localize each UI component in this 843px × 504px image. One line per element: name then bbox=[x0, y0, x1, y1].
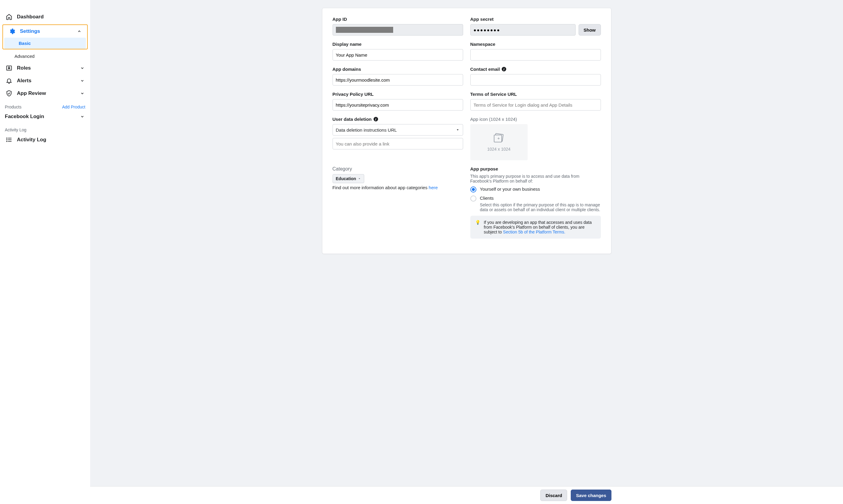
svg-point-7 bbox=[7, 141, 7, 142]
app-domains-label: App domains bbox=[332, 67, 463, 72]
display-name-label: Display name bbox=[332, 41, 463, 47]
platform-terms-hint: 💡 If you are developing an app that acce… bbox=[470, 216, 601, 239]
tos-label: Terms of Service URL bbox=[470, 92, 601, 97]
roles-icon bbox=[5, 65, 13, 71]
radio-icon bbox=[470, 186, 476, 193]
add-product-link[interactable]: Add Product bbox=[62, 105, 85, 109]
app-purpose-label: App purpose bbox=[470, 166, 601, 172]
discard-button[interactable]: Discard bbox=[540, 489, 567, 501]
category-select[interactable]: Education bbox=[332, 174, 364, 183]
list-icon bbox=[5, 137, 13, 143]
show-secret-button[interactable]: Show bbox=[579, 24, 601, 36]
footer-bar: Discard Save changes bbox=[90, 486, 843, 504]
purpose-self-label: Yourself or your own business bbox=[480, 186, 540, 192]
home-icon bbox=[5, 14, 13, 20]
activity-log-section: Activity Log bbox=[0, 123, 90, 133]
lightbulb-icon: 💡 bbox=[475, 220, 480, 234]
purpose-clients-radio[interactable]: Clients Select this option if the primar… bbox=[470, 196, 601, 212]
app-icon-upload[interactable]: + 1024 x 1024 bbox=[470, 124, 528, 160]
info-icon: i bbox=[374, 117, 378, 121]
chevron-down-icon bbox=[79, 79, 85, 83]
image-icon: + bbox=[492, 133, 505, 144]
namespace-label: Namespace bbox=[470, 41, 601, 47]
user-data-deletion-select[interactable]: Data deletion instructions URL bbox=[332, 124, 463, 136]
display-name-input[interactable] bbox=[332, 49, 463, 60]
svg-point-5 bbox=[7, 138, 7, 139]
nav-dashboard[interactable]: Dashboard bbox=[0, 11, 90, 23]
chevron-up-icon bbox=[76, 29, 82, 33]
chevron-down-icon bbox=[79, 66, 85, 70]
namespace-input[interactable] bbox=[470, 49, 601, 60]
nav-settings[interactable]: Settings bbox=[3, 25, 87, 38]
nav-activity-log[interactable]: Activity Log bbox=[0, 133, 90, 146]
svg-marker-12 bbox=[359, 178, 360, 179]
nav-settings-basic[interactable]: Basic bbox=[4, 38, 86, 49]
nav-settings-advanced[interactable]: Advanced bbox=[0, 51, 90, 62]
chevron-down-icon bbox=[79, 91, 85, 95]
app-purpose-desc: This app's primary purpose is to access … bbox=[470, 174, 601, 183]
category-label: Category bbox=[332, 166, 463, 172]
svg-point-6 bbox=[7, 140, 7, 140]
category-help: Find out more information about app cate… bbox=[332, 185, 463, 190]
category-help-link[interactable]: here bbox=[429, 185, 438, 190]
nav-facebook-login[interactable]: Facebook Login bbox=[0, 111, 90, 123]
nav-alerts[interactable]: Alerts bbox=[0, 74, 90, 87]
nav-alerts-label: Alerts bbox=[17, 78, 31, 84]
purpose-clients-desc: Select this option if the primary purpos… bbox=[480, 202, 601, 212]
main-content: App ID App secret Show Display name Name… bbox=[90, 0, 843, 504]
nav-facebook-login-label: Facebook Login bbox=[5, 113, 44, 120]
nav-roles[interactable]: Roles bbox=[0, 62, 90, 74]
products-section: Products Add Product bbox=[0, 100, 90, 111]
shield-check-icon bbox=[5, 90, 13, 97]
nav-roles-label: Roles bbox=[17, 65, 31, 71]
category-value: Education bbox=[336, 176, 356, 181]
app-id-label: App ID bbox=[332, 17, 463, 22]
settings-highlight: Settings Basic bbox=[2, 24, 88, 49]
settings-card: App ID App secret Show Display name Name… bbox=[322, 8, 612, 254]
sidebar: Dashboard Settings Basic Advanced Roles … bbox=[0, 0, 90, 504]
contact-email-input[interactable] bbox=[470, 74, 601, 86]
nav-app-review-label: App Review bbox=[17, 90, 46, 96]
app-icon-label: App icon (1024 x 1024) bbox=[470, 116, 601, 122]
platform-terms-link[interactable]: Section 5b of the Platform Terms. bbox=[503, 230, 565, 234]
svg-text:+: + bbox=[497, 136, 500, 141]
purpose-clients-label: Clients bbox=[480, 196, 601, 201]
privacy-policy-input[interactable] bbox=[332, 99, 463, 111]
gear-icon bbox=[8, 28, 16, 35]
privacy-policy-label: Privacy Policy URL bbox=[332, 92, 463, 97]
nav-activity-log-label: Activity Log bbox=[17, 137, 46, 143]
contact-email-label: Contact email i bbox=[470, 67, 601, 72]
app-secret-field bbox=[470, 24, 575, 36]
bell-icon bbox=[5, 77, 13, 84]
redacted-block bbox=[336, 27, 393, 33]
app-icon-size-text: 1024 x 1024 bbox=[487, 147, 511, 151]
activity-log-section-label: Activity Log bbox=[5, 127, 27, 132]
app-domains-input[interactable] bbox=[332, 74, 463, 86]
user-data-deletion-label: User data deletion i bbox=[332, 116, 463, 122]
user-data-deletion-link-input[interactable] bbox=[332, 138, 463, 149]
products-label: Products bbox=[5, 105, 21, 109]
nav-settings-label: Settings bbox=[20, 28, 40, 34]
radio-icon bbox=[470, 196, 476, 201]
save-changes-button[interactable]: Save changes bbox=[571, 489, 611, 501]
tos-input[interactable] bbox=[470, 99, 601, 111]
caret-down-icon bbox=[358, 177, 361, 180]
app-secret-label: App secret bbox=[470, 17, 601, 22]
purpose-self-radio[interactable]: Yourself or your own business bbox=[470, 186, 601, 193]
nav-dashboard-label: Dashboard bbox=[17, 14, 44, 20]
app-id-field bbox=[332, 24, 463, 36]
svg-point-1 bbox=[8, 67, 10, 68]
info-icon: i bbox=[502, 67, 506, 71]
nav-app-review[interactable]: App Review bbox=[0, 87, 90, 100]
chevron-down-icon bbox=[79, 114, 85, 119]
